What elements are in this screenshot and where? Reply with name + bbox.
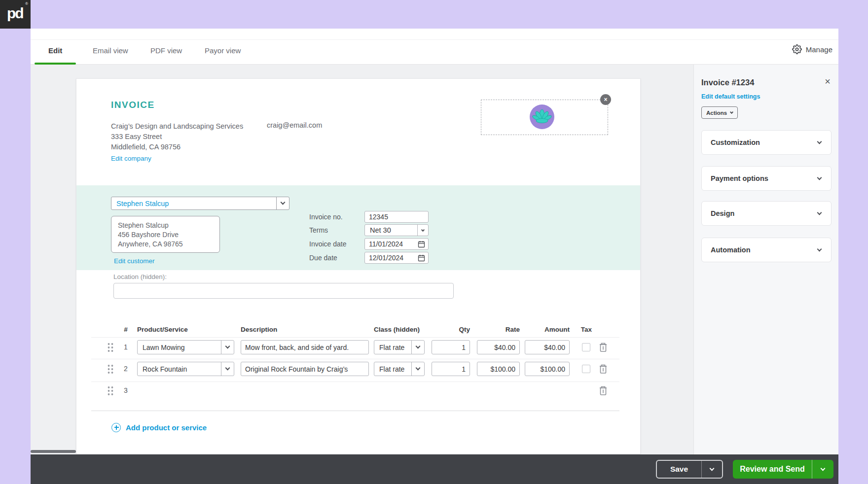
- customer-select[interactable]: Stephen Stalcup: [111, 197, 289, 210]
- invoice-editor-card: INVOICE Craig’s Design and Landscaping S…: [76, 78, 641, 454]
- product-select[interactable]: Rock Fountain: [137, 362, 234, 376]
- tax-checkbox[interactable]: [582, 365, 590, 373]
- edit-default-settings-link[interactable]: Edit default settings: [701, 93, 760, 100]
- customer-select-button[interactable]: [276, 197, 289, 209]
- tab-bar: Edit Email view PDF view Payor view Mana…: [31, 29, 838, 65]
- qty-input[interactable]: [432, 340, 470, 354]
- due-date-value: 12/01/2024: [369, 254, 403, 262]
- chevron-down-icon: [416, 344, 421, 349]
- edit-customer-link[interactable]: Edit customer: [114, 257, 155, 265]
- drag-handle-icon[interactable]: [107, 386, 114, 396]
- invoice-date-input[interactable]: 11/01/2024: [364, 238, 429, 250]
- chevron-down-icon: [416, 366, 421, 371]
- row-divider: [91, 337, 619, 338]
- class-select[interactable]: Flat rate: [374, 362, 425, 376]
- close-icon: ×: [604, 96, 607, 103]
- tab-payor-view[interactable]: Payor view: [205, 46, 241, 55]
- section-label: Design: [711, 209, 734, 217]
- terms-select[interactable]: Net 30: [364, 224, 429, 236]
- customer-select-value: Stephen Stalcup: [111, 197, 276, 209]
- class-select[interactable]: Flat rate: [374, 340, 425, 354]
- add-product-button[interactable]: Add product or service: [111, 423, 207, 432]
- qty-input[interactable]: [432, 362, 470, 376]
- content-area: INVOICE Craig’s Design and Landscaping S…: [31, 65, 838, 454]
- trash-icon[interactable]: [598, 385, 608, 396]
- drag-handle-icon[interactable]: [107, 343, 114, 352]
- calendar-icon[interactable]: [418, 254, 425, 262]
- add-product-label: Add product or service: [126, 423, 207, 432]
- manage-label: Manage: [806, 45, 832, 54]
- row-divider: [91, 359, 619, 359]
- col-header-qty: Qty: [432, 326, 470, 333]
- chevron-down-icon: [817, 175, 822, 180]
- edit-company-link[interactable]: Edit company: [111, 155, 151, 162]
- location-input[interactable]: [113, 283, 454, 299]
- chevron-down-icon: [281, 200, 286, 205]
- section-customization[interactable]: Customization: [701, 130, 832, 155]
- trash-icon[interactable]: [598, 363, 608, 375]
- description-input[interactable]: [241, 362, 369, 376]
- top-brand-band: [0, 0, 868, 29]
- chevron-down-icon: [817, 246, 822, 251]
- review-dropdown-button[interactable]: [812, 460, 833, 479]
- product-select[interactable]: Lawn Mowing: [137, 340, 234, 354]
- company-name: Craig’s Design and Landscaping Services: [111, 121, 243, 132]
- col-header-description: Description: [241, 326, 277, 333]
- company-address-1: 333 Easy Street: [111, 132, 243, 142]
- rate-input[interactable]: [477, 340, 520, 354]
- chevron-down-icon: [225, 344, 230, 349]
- description-input[interactable]: [241, 340, 369, 354]
- calendar-icon[interactable]: [418, 241, 425, 248]
- tab-pdf-view[interactable]: PDF view: [150, 46, 182, 55]
- gear-icon: [792, 44, 802, 54]
- tab-edit[interactable]: Edit: [48, 46, 62, 55]
- chevron-down-icon: [225, 366, 230, 371]
- chevron-down-icon: [821, 466, 826, 471]
- customer-address-3: Anywhere, CA 98765: [118, 240, 213, 249]
- section-label: Customization: [711, 138, 760, 146]
- invoice-no-input[interactable]: [364, 211, 429, 223]
- product-select-button[interactable]: [221, 341, 234, 354]
- terms-select-button[interactable]: [417, 225, 428, 236]
- table-bottom-divider: [91, 411, 619, 411]
- location-label: Location (hidden):: [113, 273, 167, 280]
- class-select-button[interactable]: [411, 362, 424, 376]
- row-number: 2: [122, 365, 130, 373]
- due-date-label: Due date: [309, 254, 363, 262]
- product-select-button[interactable]: [221, 362, 234, 376]
- manage-button[interactable]: Manage: [792, 44, 832, 54]
- save-dropdown-button[interactable]: [701, 461, 722, 478]
- class-select-value: Flat rate: [374, 362, 411, 376]
- invoice-date-label: Invoice date: [309, 240, 363, 248]
- sidebar-title: Invoice #1234: [701, 78, 754, 87]
- tax-checkbox[interactable]: [582, 343, 590, 351]
- section-design[interactable]: Design: [701, 201, 832, 226]
- close-icon: ×: [825, 76, 831, 87]
- section-label: Automation: [711, 246, 751, 254]
- save-button[interactable]: Save: [656, 460, 723, 479]
- trash-icon[interactable]: [598, 342, 608, 353]
- drag-handle-icon[interactable]: [107, 364, 114, 374]
- tab-email-view[interactable]: Email view: [93, 46, 128, 55]
- review-and-send-button[interactable]: Review and Send: [733, 460, 833, 479]
- amount-input[interactable]: [525, 362, 570, 376]
- class-select-button[interactable]: [411, 341, 424, 354]
- rate-input[interactable]: [477, 362, 520, 376]
- row-number: 1: [122, 343, 130, 351]
- actions-button[interactable]: Actions: [701, 106, 738, 119]
- review-and-send-label: Review and Send: [733, 460, 812, 479]
- section-payment-options[interactable]: Payment options: [701, 166, 832, 191]
- product-select-value: Rock Fountain: [138, 362, 221, 376]
- pandadoc-logo-icon: pd: [7, 5, 23, 22]
- company-logo-flower-icon: [530, 104, 554, 129]
- horizontal-scrollbar-thumb[interactable]: [31, 450, 76, 453]
- company-address-2: Middlefield, CA 98756: [111, 142, 243, 152]
- close-sidebar-button[interactable]: ×: [825, 76, 831, 86]
- col-header-amount: Amount: [525, 326, 570, 333]
- section-automation[interactable]: Automation: [701, 238, 832, 262]
- invoice-no-label: Invoice no.: [309, 213, 363, 221]
- remove-logo-button[interactable]: ×: [600, 94, 611, 105]
- terms-select-value: Net 30: [365, 225, 417, 236]
- amount-input[interactable]: [525, 340, 570, 354]
- due-date-input[interactable]: 12/01/2024: [364, 252, 429, 264]
